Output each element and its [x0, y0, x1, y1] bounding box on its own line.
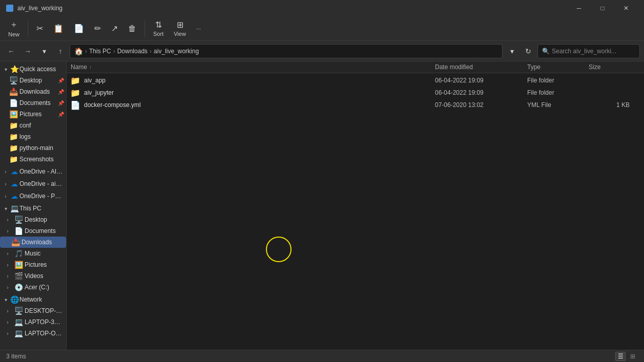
yml-file-icon: 📄: [71, 100, 80, 110]
view-button[interactable]: ⊞ View: [170, 18, 190, 39]
share-button[interactable]: ↗: [107, 18, 122, 39]
minimize-button[interactable]: ─: [567, 0, 591, 16]
file-date: 06-04-2022 19:09: [435, 89, 527, 96]
sidebar-header-onedrive-person[interactable]: › ☁ OneDrive - Person: [0, 190, 66, 202]
maximize-button[interactable]: □: [591, 0, 614, 16]
share-icon: ↗: [111, 24, 118, 33]
onedrive-aivhu-label: OneDrive - AIVHU: [19, 168, 64, 175]
sidebar-section-this-pc: ▾ 💻 This PC › 🖥️ Desktop › 📄 Documents 📥…: [0, 203, 66, 293]
rename-button[interactable]: ✏: [90, 18, 105, 39]
close-button[interactable]: ✕: [614, 0, 638, 16]
sidebar-header-network[interactable]: ▾ 🌐 Network: [0, 294, 66, 305]
up-button[interactable]: ↑: [53, 44, 68, 58]
videos-label: Videos: [25, 272, 43, 280]
breadcrumb-bar[interactable]: 🏠 › This PC › Downloads › aiv_live_worki…: [70, 44, 503, 58]
breadcrumb-downloads[interactable]: Downloads: [117, 48, 148, 55]
sidebar-section-network: ▾ 🌐 Network › 🖥️ DESKTOP-6T51E › 💻 LAPTO…: [0, 294, 66, 339]
sidebar-item-logs[interactable]: 📁 logs: [0, 131, 66, 142]
cut-button[interactable]: ✂: [32, 18, 47, 39]
dropdown-button[interactable]: ▾: [505, 44, 519, 58]
sidebar-item-pictures[interactable]: 🖼️ Pictures 📌: [0, 109, 66, 120]
sidebar-item-desktop-6t51e[interactable]: › 🖥️ DESKTOP-6T51E: [0, 305, 66, 316]
laptop-3kefof-label: LAPTOP-3KEFOF: [25, 318, 64, 326]
sidebar-item-conf[interactable]: 📁 conf: [0, 120, 66, 131]
desktop-pin-icon: 📌: [58, 78, 64, 83]
laptop-on5q6i-label: LAPTOP-ON5Q6I: [25, 330, 64, 337]
col-size[interactable]: Size: [589, 63, 630, 71]
sidebar-header-quick-access[interactable]: ▾ ⭐ Quick access: [0, 63, 66, 75]
python-main-label: python-main: [19, 144, 53, 152]
copy-path-button[interactable]: 📋: [49, 18, 68, 39]
table-row[interactable]: 📄 docker-compose.yml 07-06-2020 13:02 YM…: [67, 99, 644, 111]
col-name-sort-icon: ↑: [89, 65, 92, 70]
desktop-6t51e-expand-icon: ›: [4, 308, 11, 314]
sidebar-item-acer-c[interactable]: › 💿 Acer (C:): [0, 282, 66, 293]
grid-view-button[interactable]: ⊞: [628, 352, 638, 361]
acer-c-label: Acer (C:): [25, 284, 49, 291]
file-name-cell: 📁 aiv_app: [71, 76, 435, 85]
sidebar-item-videos[interactable]: › 🎬 Videos: [0, 270, 66, 282]
search-bar[interactable]: 🔍 Search aiv_live_worki...: [537, 44, 640, 58]
breadcrumb-aiv-live-working[interactable]: aiv_live_working: [154, 48, 199, 55]
more-button[interactable]: ···: [192, 18, 205, 39]
network-expand-icon: ▾: [2, 297, 9, 303]
videos-icon: 🎬: [14, 272, 23, 280]
view-toggle: ☰ ⊞: [615, 352, 638, 361]
logs-label: logs: [19, 133, 31, 140]
pictures2-label: Pictures: [25, 261, 47, 268]
sidebar-item-downloads2[interactable]: 📥 Downloads: [0, 237, 66, 248]
music-expand-icon: ›: [4, 251, 11, 257]
documents2-expand-icon: ›: [4, 228, 11, 234]
sidebar-item-downloads[interactable]: 📥 Downloads 📌: [0, 86, 66, 97]
file-type: YML File: [527, 101, 589, 109]
sidebar-item-desktop2[interactable]: › 🖥️ Desktop: [0, 214, 66, 225]
toolbar-separator-2: [144, 20, 145, 37]
col-type[interactable]: Type: [527, 63, 589, 71]
sidebar-header-this-pc[interactable]: ▾ 💻 This PC: [0, 203, 66, 214]
sidebar-item-pictures2[interactable]: › 🖼️ Pictures: [0, 259, 66, 270]
downloads-icon: 📥: [9, 88, 17, 96]
breadcrumb-this-pc[interactable]: This PC: [89, 48, 111, 55]
table-row[interactable]: 📁 aiv_jupyter 06-04-2022 19:09 File fold…: [67, 87, 644, 99]
desktop-label: Desktop: [19, 77, 42, 84]
sidebar-header-onedrive-aivhub[interactable]: › ☁ OneDrive - aivhub: [0, 178, 66, 189]
refresh-button[interactable]: ↻: [521, 44, 535, 58]
delete-button[interactable]: 🗑: [124, 18, 140, 39]
paste-icon: 📄: [74, 24, 84, 33]
copy-path-icon: 📋: [53, 24, 64, 33]
sidebar-item-screenshots[interactable]: 📁 Screenshots: [0, 154, 66, 165]
sidebar-header-onedrive-aivhu[interactable]: › ☁ OneDrive - AIVHU: [0, 166, 66, 177]
sidebar-item-laptop-on5q6i[interactable]: › 💻 LAPTOP-ON5Q6I: [0, 328, 66, 339]
desktop-6t51e-icon: 🖥️: [14, 307, 23, 315]
list-view-button[interactable]: ☰: [615, 352, 626, 361]
onedrive-person-icon: ☁: [10, 192, 18, 200]
sidebar-section-onedrive-person: › ☁ OneDrive - Person: [0, 190, 66, 202]
paste-button[interactable]: 📄: [70, 18, 88, 39]
col-date[interactable]: Date modified: [435, 63, 527, 71]
desktop-6t51e-label: DESKTOP-6T51E: [25, 307, 64, 314]
sidebar-item-laptop-3kefof[interactable]: › 💻 LAPTOP-3KEFOF: [0, 316, 66, 328]
sidebar-item-documents2[interactable]: › 📄 Documents: [0, 225, 66, 237]
table-row[interactable]: 📁 aiv_app 06-04-2022 19:09 File folder: [67, 74, 644, 87]
onedrive-person-expand-icon: ›: [2, 194, 9, 199]
new-button[interactable]: ＋ New: [4, 18, 24, 39]
back-button[interactable]: ←: [4, 44, 18, 58]
sidebar-item-python-main[interactable]: 📁 python-main: [0, 142, 66, 154]
screenshots-icon: 📁: [9, 155, 17, 163]
sidebar-item-desktop[interactable]: 🖥️ Desktop 📌: [0, 75, 66, 86]
onedrive-aivhu-icon: ☁: [10, 167, 18, 176]
recent-button[interactable]: ▾: [37, 44, 51, 58]
sidebar-item-music[interactable]: › 🎵 Music: [0, 248, 66, 259]
title-bar-left: aiv_live_working: [6, 5, 63, 12]
col-name[interactable]: Name ↑: [71, 63, 435, 71]
status-bar: 3 items ☰ ⊞: [0, 350, 644, 362]
delete-icon: 🗑: [128, 24, 136, 33]
quick-access-label: Quick access: [19, 66, 56, 73]
new-label: New: [8, 31, 19, 37]
sidebar-item-documents[interactable]: 📄 Documents 📌: [0, 97, 66, 109]
sort-button[interactable]: ⇅ Sort: [149, 18, 168, 39]
folder-icon: 📁: [71, 88, 80, 97]
documents2-label: Documents: [25, 227, 56, 235]
forward-button[interactable]: →: [20, 44, 35, 58]
acer-c-icon: 💿: [14, 283, 23, 291]
